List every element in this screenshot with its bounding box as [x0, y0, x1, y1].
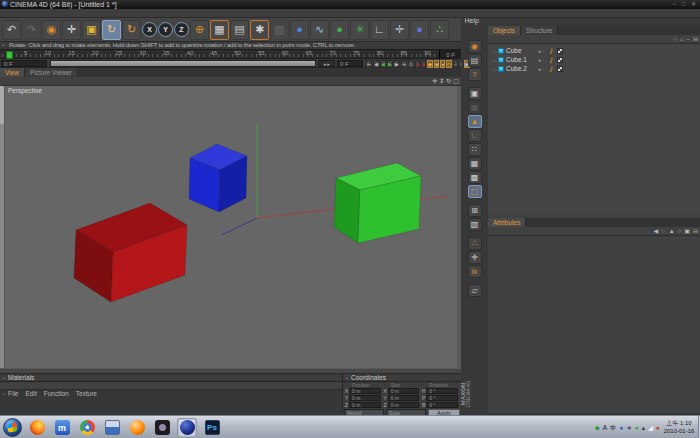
add-environment-icon[interactable]: ● — [410, 20, 429, 40]
key-parameter-button[interactable]: ◇ — [446, 60, 452, 68]
rotation-field[interactable]: 0 ° — [426, 388, 458, 394]
taskbar-cinema4d-icon[interactable] — [177, 418, 197, 438]
undo-icon[interactable]: ↶ — [2, 20, 21, 40]
lock-y-axis-icon[interactable]: Y — [158, 22, 173, 37]
animation-mode-icon[interactable]: ▢ — [468, 185, 482, 198]
layer-dot-icon[interactable]: ● — [538, 57, 541, 63]
add-null-icon[interactable]: ∟ — [370, 20, 389, 40]
key-scale-button[interactable]: ■ — [434, 60, 439, 68]
tray-network-icon[interactable]: ◢ — [648, 422, 653, 434]
phong-tag-icon[interactable] — [557, 57, 563, 63]
object-row[interactable]: ∟ Cube.1 ● : ∥ — [488, 55, 700, 64]
tab-structure[interactable]: Structure — [521, 26, 558, 35]
tray-update-icon[interactable]: ● — [619, 422, 623, 434]
window-controls[interactable]: – □ ✕ — [673, 0, 698, 9]
model-mode-icon[interactable]: ▣ — [468, 87, 482, 100]
materials-menu-item[interactable]: Edit — [25, 390, 36, 398]
language-cjk-icon[interactable]: 中 — [610, 422, 617, 434]
expression-tag-icon[interactable]: ∥ — [549, 47, 554, 55]
rotation-field[interactable]: 0 ° — [426, 402, 458, 408]
object-name[interactable]: Cube.1 — [506, 56, 534, 63]
phong-tag-icon[interactable] — [557, 48, 563, 54]
dolly-view-icon[interactable]: ⇕ — [439, 77, 444, 86]
render-settings-icon[interactable]: ✱ — [250, 20, 269, 40]
add-primitive-icon[interactable]: ● — [290, 20, 309, 40]
timeline-ruler[interactable]: 51015202530354045505560657075808590 0 F — [0, 49, 461, 59]
add-spline-icon[interactable]: ∿ — [310, 20, 329, 40]
orbit-view-icon[interactable]: ↻ — [446, 77, 451, 86]
last-tool-icon[interactable]: ↻ — [122, 20, 141, 40]
lock-x-axis-icon[interactable]: X — [142, 22, 157, 37]
lock-z-axis-icon[interactable]: Z — [174, 22, 189, 37]
goto-start-button[interactable]: ⇤ — [366, 60, 372, 68]
language-latin-icon[interactable]: A — [603, 422, 607, 434]
add-particles-icon[interactable]: ∴ — [430, 20, 449, 40]
points-mode-icon[interactable]: ∷ — [468, 143, 482, 156]
redo-icon[interactable]: ↷ — [22, 20, 41, 40]
play-forwards-button[interactable]: ▶ — [387, 60, 393, 68]
add-nurbs-icon[interactable]: ● — [330, 20, 349, 40]
phong-tag-icon[interactable] — [557, 66, 563, 72]
tray-safety-icon[interactable]: ● — [635, 422, 639, 434]
taskbar-chrome-icon[interactable] — [77, 418, 97, 438]
tray-action-icon[interactable]: ● — [656, 422, 660, 434]
object-name[interactable]: Cube.2 — [506, 65, 534, 72]
size-field[interactable]: 0 m — [388, 395, 420, 401]
texture-axis-mode-icon[interactable]: ∟ — [468, 129, 482, 142]
add-modeling-icon[interactable]: ✳ — [350, 20, 369, 40]
expression-tag-icon[interactable]: ∥ — [549, 65, 554, 73]
current-frame-marker[interactable] — [6, 51, 13, 59]
menu-item[interactable]: Help — [464, 17, 478, 25]
object-row[interactable]: ∟ Cube ● : ∥ — [488, 46, 700, 55]
render-queue-icon[interactable]: ▥ — [270, 20, 289, 40]
size-field[interactable]: 0 m — [388, 402, 420, 408]
visibility-toggle-icon[interactable]: : — [543, 48, 544, 54]
history-back-icon[interactable]: ◀ — [653, 227, 658, 236]
polygons-mode-icon[interactable]: ▩ — [468, 171, 482, 184]
home-icon[interactable]: ⌂ — [680, 35, 684, 44]
visibility-toggle-icon[interactable]: : — [543, 66, 544, 72]
position-field[interactable]: 0 m — [349, 395, 381, 401]
edges-mode-icon[interactable]: ▦ — [468, 157, 482, 170]
materials-menu-item[interactable]: Function — [44, 390, 69, 398]
viewport-canvas[interactable]: Perspective — [0, 86, 461, 368]
taskbar-media-icon[interactable] — [127, 418, 147, 438]
viewport-scrollbar-thumb[interactable] — [0, 86, 4, 124]
coordinate-system-icon[interactable]: ⊕ — [190, 20, 209, 40]
tab-objects[interactable]: Objects — [488, 26, 521, 35]
record-snapshot-button[interactable]: ⊙ — [408, 60, 414, 68]
current-frame-field[interactable]: 0 F — [1, 60, 47, 67]
rotate-icon[interactable]: ↻ — [102, 20, 121, 40]
panel-layout-icon[interactable]: ⊟ — [693, 35, 698, 44]
viewport-scrollbar[interactable] — [0, 86, 5, 368]
play-backwards-button[interactable]: ◀ — [380, 60, 386, 68]
tab-attributes[interactable]: Attributes — [488, 218, 526, 227]
make-editable-icon[interactable]: ◉ — [468, 40, 482, 53]
use-model-tool-icon[interactable]: ▤ — [468, 54, 482, 67]
cluster-icon[interactable]: ∴ — [468, 237, 482, 250]
context-help-icon[interactable]: ? — [468, 68, 482, 81]
tray-hidden-icon[interactable]: ▴ — [642, 422, 645, 434]
render-view-icon[interactable]: ▦ — [210, 20, 229, 40]
object-row[interactable]: ∟ Cube.2 ● : ∥ — [488, 64, 700, 73]
tab-view[interactable]: View — [0, 68, 25, 77]
live-selection-icon[interactable]: ◉ — [42, 20, 61, 40]
taskbar-camera-icon[interactable] — [152, 418, 172, 438]
start-button[interactable] — [3, 418, 22, 437]
workplane-icon[interactable]: ▱ — [468, 284, 482, 297]
record-button[interactable]: ● — [415, 60, 420, 68]
selection-filter-icon[interactable]: ▧ — [468, 218, 482, 231]
ik-icon[interactable]: ik — [468, 265, 482, 278]
search-icon[interactable]: ○ — [673, 35, 677, 44]
layer-dot-icon[interactable]: ● — [538, 66, 541, 72]
previous-frame-button[interactable]: ◀ — [373, 60, 379, 68]
key-position-button[interactable]: ◆ — [427, 60, 433, 68]
minimize-icon[interactable]: − — [686, 35, 690, 44]
solo-button[interactable]: ▫ — [459, 60, 463, 68]
tray-volume-icon[interactable]: ∗ — [626, 422, 631, 434]
power-slider[interactable] — [50, 60, 316, 67]
taskbar-m-app-icon[interactable]: m — [52, 418, 72, 438]
position-field[interactable]: 0 m — [349, 402, 381, 408]
next-frame-button[interactable]: ▶ — [394, 60, 400, 68]
taskbar-clock[interactable]: 上午 1:10 2010-01-16 — [661, 419, 697, 435]
